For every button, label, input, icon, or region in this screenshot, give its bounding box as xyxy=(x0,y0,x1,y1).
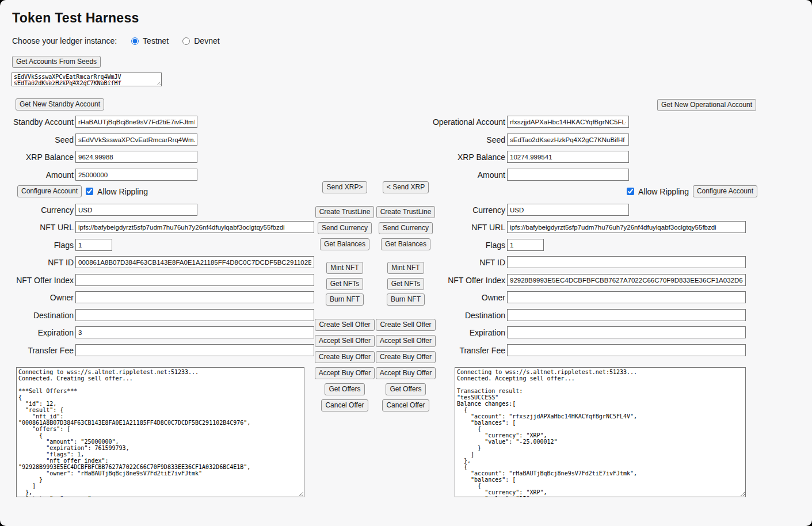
standby-flags-input[interactable] xyxy=(75,239,112,251)
create-sell-offer-standby-button[interactable]: Create Sell Offer xyxy=(315,319,374,331)
operational-configure-row: Allow Rippling Configure Account xyxy=(627,185,757,197)
operational-transfer-fee-field: Transfer Fee xyxy=(432,344,746,356)
standby-nft-id-input[interactable] xyxy=(75,256,314,268)
operational-results-console[interactable]: Connecting to wss://s.altnet.rippletest.… xyxy=(455,367,746,497)
accept-buy-offer-action-row: Accept Buy Offer Accept Buy Offer xyxy=(314,367,436,379)
create-trustline-standby-button[interactable]: Create TrustLine xyxy=(315,206,375,218)
get-nfts-standby-button[interactable]: Get NFTs xyxy=(326,278,364,290)
standby-xrp-balance-input[interactable] xyxy=(75,151,197,163)
get-offers-operational-button[interactable]: Get Offers xyxy=(386,383,425,395)
burn-nft-standby-button[interactable]: Burn NFT xyxy=(326,294,364,306)
send-currency-operational-button[interactable]: Send Currency xyxy=(379,222,433,234)
send-currency-action-row: Send Currency Send Currency xyxy=(314,222,436,234)
operational-nft-id-input[interactable] xyxy=(507,256,746,268)
accept-sell-offer-standby-button[interactable]: Accept Sell Offer xyxy=(315,335,375,347)
create-buy-offer-operational-button[interactable]: Create Buy Offer xyxy=(376,351,436,363)
standby-seed-input[interactable] xyxy=(75,134,197,146)
operational-amount-label: Amount xyxy=(432,170,505,180)
standby-xrp-balance-label: XRP Balance xyxy=(12,153,74,162)
standby-results-console[interactable]: Connecting to wss://s.altnet.rippletest.… xyxy=(16,367,304,497)
standby-amount-label: Amount xyxy=(12,170,74,180)
operational-seed-label: Seed xyxy=(432,135,505,144)
operational-account-input[interactable] xyxy=(507,116,629,128)
standby-destination-label: Destination xyxy=(12,311,74,320)
accept-sell-offer-action-row: Accept Sell Offer Accept Sell Offer xyxy=(314,335,436,347)
standby-owner-input[interactable] xyxy=(75,291,314,303)
standby-allow-rippling-label: Allow Rippling xyxy=(97,187,148,196)
standby-configure-account-button[interactable]: Configure Account xyxy=(17,185,82,197)
standby-nft-url-input[interactable] xyxy=(75,221,314,233)
standby-currency-input[interactable] xyxy=(75,204,197,216)
operational-currency-label: Currency xyxy=(432,205,505,215)
operational-seed-input[interactable] xyxy=(507,134,629,146)
operational-nft-offer-index-field: NFT Offer Index xyxy=(432,274,746,286)
standby-currency-label: Currency xyxy=(12,205,74,215)
standby-configure-row: Configure Account Allow Rippling xyxy=(17,185,148,197)
operational-nft-offer-index-input[interactable] xyxy=(507,274,746,286)
get-nfts-action-row: Get NFTs Get NFTs xyxy=(314,278,436,290)
operational-flags-input[interactable] xyxy=(507,239,544,251)
standby-amount-input[interactable] xyxy=(75,169,197,181)
get-balances-action-row: Get Balances Get Balances xyxy=(314,238,436,250)
get-accounts-from-seeds-button[interactable]: Get Accounts From Seeds xyxy=(12,56,101,68)
standby-nft-id-label: NFT ID xyxy=(12,258,74,267)
operational-expiration-input[interactable] xyxy=(507,326,746,338)
standby-nft-id-field: NFT ID xyxy=(12,256,314,268)
operational-xrp-balance-input[interactable] xyxy=(507,151,629,163)
create-buy-offer-standby-button[interactable]: Create Buy Offer xyxy=(315,351,375,363)
operational-expiration-label: Expiration xyxy=(432,328,505,337)
get-new-operational-account-button[interactable]: Get New Operational Account xyxy=(657,99,756,111)
testnet-radio-label: Testnet xyxy=(143,36,169,45)
operational-amount-input[interactable] xyxy=(507,169,629,181)
cancel-offer-standby-button[interactable]: Cancel Offer xyxy=(321,399,368,411)
accept-buy-offer-standby-button[interactable]: Accept Buy Offer xyxy=(315,367,375,379)
standby-nft-offer-index-field: NFT Offer Index xyxy=(12,274,314,286)
operational-owner-input[interactable] xyxy=(507,291,746,303)
standby-transfer-fee-label: Transfer Fee xyxy=(12,346,74,355)
testnet-radio[interactable] xyxy=(131,37,139,45)
operational-configure-account-button[interactable]: Configure Account xyxy=(693,185,757,197)
operational-allow-rippling-checkbox[interactable] xyxy=(627,188,634,195)
operational-flags-label: Flags xyxy=(432,241,505,250)
get-balances-operational-button[interactable]: Get Balances xyxy=(381,238,430,250)
operational-destination-input[interactable] xyxy=(507,309,746,321)
operational-xrp-balance-label: XRP Balance xyxy=(432,153,505,162)
accept-buy-offer-operational-button[interactable]: Accept Buy Offer xyxy=(376,367,436,379)
operational-account-field: Operational Account xyxy=(432,116,629,128)
get-new-standby-account-button[interactable]: Get New Standby Account xyxy=(16,98,104,110)
send-currency-standby-button[interactable]: Send Currency xyxy=(318,222,372,234)
standby-amount-field: Amount xyxy=(12,169,197,181)
get-offers-standby-button[interactable]: Get Offers xyxy=(325,383,364,395)
standby-allow-rippling-checkbox[interactable] xyxy=(86,188,93,195)
standby-transfer-fee-input[interactable] xyxy=(75,344,314,356)
get-nfts-operational-button[interactable]: Get NFTs xyxy=(387,278,425,290)
devnet-radio[interactable] xyxy=(182,37,190,45)
create-trustline-operational-button[interactable]: Create TrustLine xyxy=(376,206,436,218)
seeds-textarea[interactable]: sEdVVkSsswaXPCvEatRmcarRrq4WmJV sEdTao2d… xyxy=(12,73,162,86)
send-xrp-standby-button[interactable]: Send XRP> xyxy=(322,181,367,193)
send-xrp-operational-button[interactable]: < Send XRP xyxy=(383,181,429,193)
standby-xrp-balance-field: XRP Balance xyxy=(12,151,197,163)
standby-nft-offer-index-input[interactable] xyxy=(75,274,314,286)
cancel-offer-operational-button[interactable]: Cancel Offer xyxy=(382,399,429,411)
burn-nft-operational-button[interactable]: Burn NFT xyxy=(387,294,425,306)
standby-nft-url-label: NFT URL xyxy=(12,223,74,232)
page-title: Token Test Harness xyxy=(12,10,139,26)
operational-amount-field: Amount xyxy=(432,169,629,181)
accept-sell-offer-operational-button[interactable]: Accept Sell Offer xyxy=(376,335,436,347)
create-sell-offer-operational-button[interactable]: Create Sell Offer xyxy=(376,319,435,331)
standby-owner-field: Owner xyxy=(12,291,314,303)
operational-nft-url-input[interactable] xyxy=(507,221,746,233)
testnet-radio-group: Testnet xyxy=(131,36,169,45)
mint-nft-standby-button[interactable]: Mint NFT xyxy=(326,262,363,274)
standby-destination-input[interactable] xyxy=(75,309,314,321)
operational-currency-input[interactable] xyxy=(507,204,629,216)
get-balances-standby-button[interactable]: Get Balances xyxy=(320,238,369,250)
standby-account-input[interactable] xyxy=(75,116,197,128)
operational-transfer-fee-input[interactable] xyxy=(507,344,746,356)
operational-flags-field: Flags xyxy=(432,239,544,251)
devnet-radio-label: Devnet xyxy=(194,36,219,45)
standby-expiration-input[interactable] xyxy=(75,326,314,338)
operational-nft-id-field: NFT ID xyxy=(432,256,746,268)
mint-nft-operational-button[interactable]: Mint NFT xyxy=(387,262,424,274)
